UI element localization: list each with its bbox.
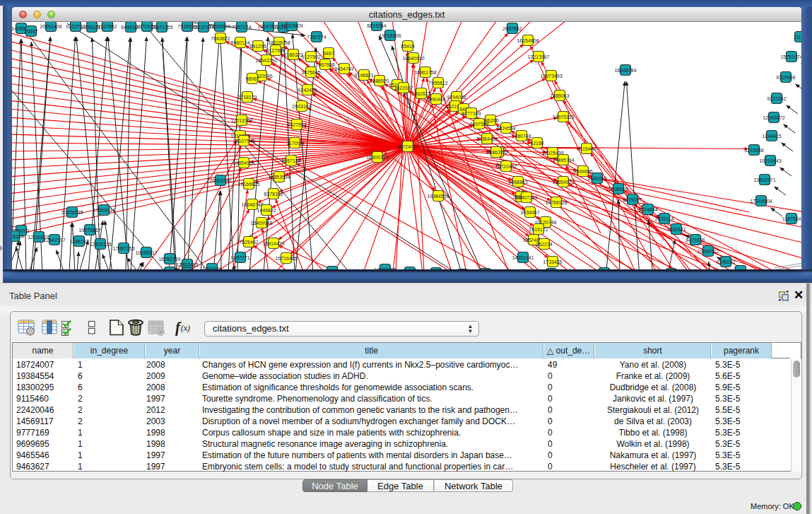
svg-text:98967: 98967 [245,76,259,81]
svg-text:12093872: 12093872 [763,115,784,120]
svg-text:20053346: 20053346 [209,178,231,183]
svg-text:7485063: 7485063 [550,93,569,98]
svg-text:8454749: 8454749 [334,66,353,71]
svg-text:891295: 891295 [249,44,266,49]
svg-text:3875645: 3875645 [301,70,320,75]
svg-text:7663822: 7663822 [211,36,230,41]
svg-text:17016504: 17016504 [750,199,772,204]
svg-text:18226058: 18226058 [268,40,290,45]
svg-text:9245032: 9245032 [716,259,735,264]
svg-text:6497508: 6497508 [469,122,488,127]
svg-text:17359934: 17359934 [93,208,114,213]
svg-text:7955812: 7955812 [428,81,447,86]
svg-text:904312: 904312 [324,269,340,270]
svg-text:1080748: 1080748 [512,134,531,139]
svg-text:1527602: 1527602 [98,24,117,29]
svg-text:9474444: 9474444 [638,207,657,212]
svg-text:2687682: 2687682 [502,26,522,31]
svg-text:10107543: 10107543 [233,139,254,144]
svg-text:1449822: 1449822 [257,208,276,213]
svg-text:16648784: 16648784 [614,68,636,73]
svg-text:16782759: 16782759 [158,257,180,262]
svg-text:14495794: 14495794 [552,158,574,163]
svg-text:2967608: 2967608 [315,62,334,67]
svg-text:1615172: 1615172 [529,227,548,232]
svg-text:85419: 85419 [401,44,415,49]
svg-text:2718170: 2718170 [237,95,257,100]
svg-text:13692971: 13692971 [753,177,775,182]
svg-text:8186323: 8186323 [283,52,302,57]
svg-text:10195817: 10195817 [135,250,157,255]
svg-text:10973493: 10973493 [540,74,562,78]
svg-text:1362615: 1362615 [411,91,430,96]
svg-text:8427552: 8427552 [287,122,306,127]
svg-text:15409948: 15409948 [250,221,272,226]
svg-text:3215958: 3215958 [744,148,763,153]
svg-text:8990448: 8990448 [426,97,445,102]
svg-text:12923465: 12923465 [176,262,198,267]
svg-text:20206535: 20206535 [61,210,83,215]
svg-text:20691406: 20691406 [40,24,61,29]
svg-text:9227342: 9227342 [767,96,786,101]
svg-text:7632621: 7632621 [666,227,686,232]
svg-text:12505135: 12505135 [89,242,111,247]
svg-text:19654923: 19654923 [552,180,574,185]
svg-text:16961758: 16961758 [414,70,436,75]
svg-text:10210643: 10210643 [759,158,781,163]
svg-text:20557: 20557 [24,29,38,34]
svg-text:3822037: 3822037 [394,86,413,90]
svg-text:16671355: 16671355 [151,25,172,30]
svg-text:62160: 62160 [530,141,544,146]
svg-text:9457771: 9457771 [230,255,249,260]
svg-text:9794028: 9794028 [447,95,466,100]
svg-text:8960124: 8960124 [230,40,249,45]
svg-text:7357274: 7357274 [232,25,251,30]
svg-text:18300295: 18300295 [366,155,388,160]
svg-text:19975857: 19975857 [78,228,100,233]
svg-text:117004: 117004 [287,141,303,146]
svg-text:19046748: 19046748 [241,202,263,207]
svg-text:10654112: 10654112 [698,249,719,254]
svg-text:17957255: 17957255 [112,246,134,251]
svg-text:8267130: 8267130 [281,158,300,163]
svg-text:10756928: 10756928 [545,200,567,205]
svg-text:2935114: 2935114 [655,216,674,221]
svg-text:1244415: 1244415 [762,134,781,139]
svg-text:16914479: 16914479 [262,241,284,246]
svg-text:19854955: 19854955 [233,160,254,165]
svg-text:9127502: 9127502 [301,54,320,59]
svg-text:16033809: 16033809 [208,24,230,29]
svg-text:5938928: 5938928 [608,187,628,192]
svg-text:1640953: 1640953 [587,176,606,181]
svg-text:9777169: 9777169 [461,111,481,116]
svg-text:18640910: 18640910 [402,56,424,61]
svg-text:11124: 11124 [794,35,801,40]
svg-text:2903144: 2903144 [292,104,311,109]
svg-text:9899695: 9899695 [573,169,592,174]
svg-text:1588520: 1588520 [370,78,389,83]
svg-text:14151141: 14151141 [512,255,534,260]
svg-text:1068863: 1068863 [508,180,527,185]
svg-text:3934067: 3934067 [520,210,539,215]
svg-text:2886372: 2886372 [486,150,505,155]
svg-text:8813054: 8813054 [367,23,386,28]
svg-text:9127508: 9127508 [266,48,285,53]
svg-text:1145193: 1145193 [70,239,89,244]
svg-text:12942717: 12942717 [43,238,65,243]
svg-text:7357274: 7357274 [307,35,326,40]
svg-text:19218506: 19218506 [379,33,401,38]
svg-text:15751074: 15751074 [780,54,801,59]
svg-text:16033809: 16033809 [281,23,302,28]
svg-text:9242456: 9242456 [298,88,317,93]
svg-text:1733426: 1733426 [543,259,562,264]
svg-text:8378332: 8378332 [264,192,283,197]
svg-text:924503: 924503 [732,269,748,270]
svg-text:15716485: 15716485 [275,256,297,261]
svg-text:12975115: 12975115 [553,115,575,119]
svg-text:16154808: 16154808 [517,38,539,43]
svg-text:8471676: 8471676 [686,238,705,243]
svg-text:5467: 5467 [323,51,334,56]
svg-text:20364436: 20364436 [476,136,498,141]
svg-text:9146821: 9146821 [354,73,373,78]
svg-text:12213967: 12213967 [527,54,549,59]
